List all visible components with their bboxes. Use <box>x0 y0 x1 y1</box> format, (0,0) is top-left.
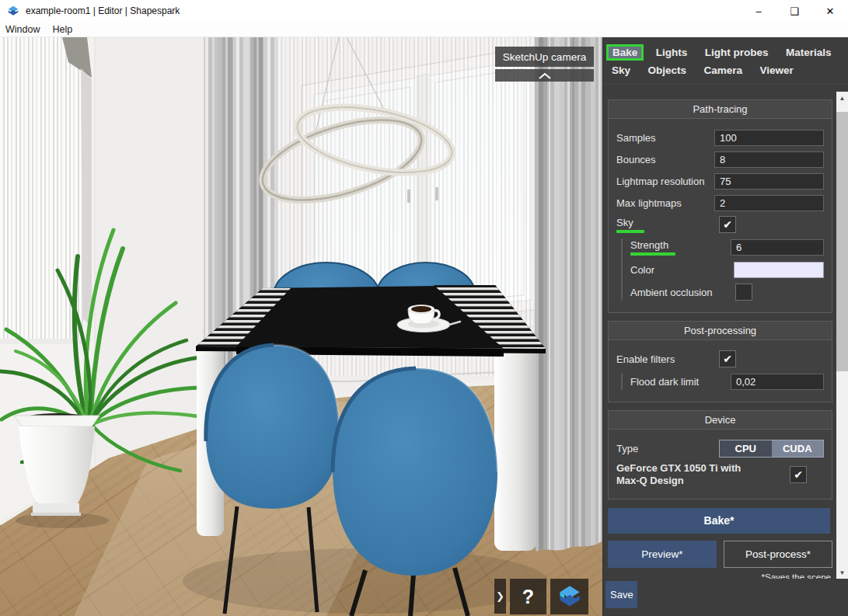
scroll-down-arrow[interactable]: ▼ <box>836 566 848 579</box>
scroll-up-arrow[interactable]: ▲ <box>836 92 848 104</box>
ambient-occlusion-label: Ambient occlusion <box>630 287 713 298</box>
device-option-cuda[interactable]: CUDA <box>772 440 824 457</box>
save-button[interactable]: Save <box>605 581 637 608</box>
tab-objects[interactable]: Objects <box>642 62 692 78</box>
tab-camera[interactable]: Camera <box>698 62 748 78</box>
tab-lights[interactable]: Lights <box>651 44 693 61</box>
shapespark-brand-button[interactable] <box>550 579 588 614</box>
settings-panel: Bake Lights Light probes Materials Sky O… <box>602 37 848 616</box>
shapespark-editor-window: { "window": { "title": "example-room1 | … <box>0 0 848 616</box>
enable-filters-label: Enable filters <box>616 353 675 365</box>
bounces-input[interactable] <box>714 151 824 168</box>
device-type-label: Type <box>616 443 638 454</box>
sky-color-swatch[interactable] <box>734 262 824 278</box>
scene-render[interactable] <box>0 37 602 616</box>
tab-light-probes[interactable]: Light probes <box>700 44 774 61</box>
minimize-button[interactable]: – <box>741 0 776 22</box>
title-bar: example-room1 | Editor | Shapespark – ❑ … <box>0 0 848 22</box>
tab-materials[interactable]: Materials <box>780 44 837 61</box>
bounces-label: Bounces <box>616 154 656 165</box>
section-title: Path-tracing <box>609 100 832 119</box>
bake-button[interactable]: Bake* <box>608 508 830 534</box>
section-title: Post-processing <box>609 322 832 340</box>
lightmap-resolution-input[interactable] <box>714 173 824 190</box>
flood-dark-limit-label: Flood dark limit <box>630 376 699 388</box>
tab-viewer[interactable]: Viewer <box>754 62 798 78</box>
scrollbar-thumb[interactable] <box>836 112 848 371</box>
maximize-button[interactable]: ❑ <box>776 0 812 22</box>
post-process-button[interactable]: Post-process* <box>724 541 832 568</box>
chevron-up-icon <box>538 72 552 79</box>
strength-label: Strength <box>630 239 675 256</box>
check-icon: ✔ <box>723 353 732 365</box>
strength-input[interactable] <box>731 239 824 256</box>
lightmap-resolution-label: Lightmap resolution <box>616 176 704 187</box>
ambient-occlusion-checkbox[interactable] <box>735 284 752 301</box>
check-icon: ✔ <box>723 218 732 231</box>
close-button[interactable]: ✕ <box>812 0 848 22</box>
sidebar-collapse-button[interactable]: ❯ <box>494 579 506 614</box>
sky-checkbox[interactable]: ✔ <box>719 216 736 233</box>
check-icon: ✔ <box>794 468 803 481</box>
shapespark-logo-icon <box>7 5 19 17</box>
tab-sky[interactable]: Sky <box>606 62 636 78</box>
menu-bar: Window Help <box>0 22 848 37</box>
camera-label-collapse-button[interactable] <box>495 69 594 82</box>
samples-label: Samples <box>616 132 656 144</box>
section-post-processing: Post-processing Enable filters ✔ Flood d… <box>608 321 832 402</box>
section-title: Device <box>609 411 832 430</box>
max-lightmaps-label: Max lightmaps <box>616 197 682 209</box>
panel-scrollbar[interactable]: ▲ ▼ <box>836 92 848 579</box>
device-option-cpu[interactable]: CPU <box>720 440 772 457</box>
save-bar: Save <box>603 579 848 616</box>
gpu-name-label: GeForce GTX 1050 Ti with Max-Q Design <box>616 462 764 488</box>
section-path-tracing: Path-tracing Samples Bounces Lightmap re… <box>608 99 832 313</box>
gpu-checkbox[interactable]: ✔ <box>790 466 807 483</box>
camera-mode-label[interactable]: SketchUp camera <box>495 47 594 67</box>
preview-button[interactable]: Preview* <box>608 541 717 568</box>
flood-dark-limit-input[interactable] <box>731 374 824 390</box>
section-device: Device Type CPU CUDA GeForce GTX 1050 Ti… <box>608 410 832 499</box>
window-title: example-room1 | Editor | Shapespark <box>26 5 180 16</box>
tab-bake[interactable]: Bake <box>606 44 644 61</box>
panel-tabs: Bake Lights Light probes Materials Sky O… <box>603 37 848 85</box>
enable-filters-checkbox[interactable]: ✔ <box>719 350 736 367</box>
curtain-right <box>535 37 602 552</box>
help-button[interactable]: ? <box>510 579 546 614</box>
menu-help[interactable]: Help <box>46 22 79 37</box>
device-type-segmented: CPU CUDA <box>719 440 824 458</box>
sky-label: Sky <box>616 217 644 233</box>
samples-input[interactable] <box>714 130 824 146</box>
max-lightmaps-input[interactable] <box>714 195 824 211</box>
bake-settings-scroll: Path-tracing Samples Bounces Lightmap re… <box>603 92 837 579</box>
shapespark-logo-icon <box>557 584 582 609</box>
left-window <box>0 37 92 344</box>
menu-window[interactable]: Window <box>0 22 46 37</box>
viewport-3d[interactable]: SketchUp camera ❯ ? <box>0 37 602 616</box>
color-label: Color <box>630 264 654 276</box>
